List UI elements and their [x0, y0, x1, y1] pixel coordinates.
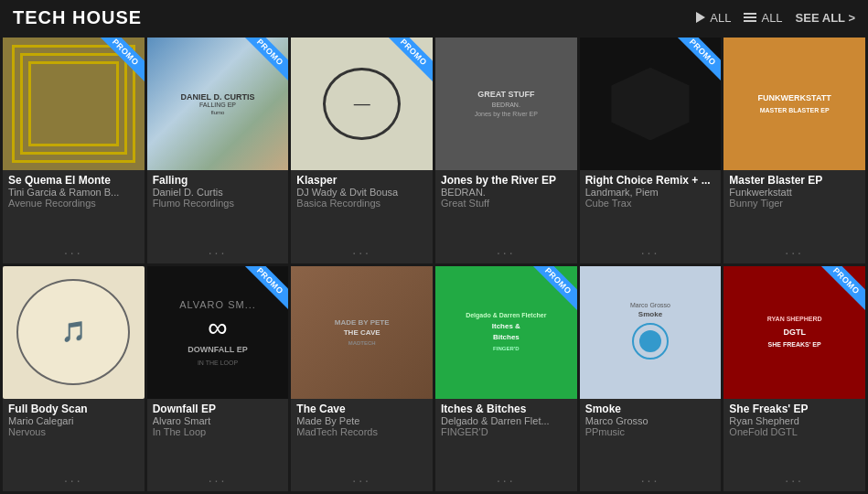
- album-art-10: Delgado & Darren Fletcher Itches &Bitche…: [435, 266, 577, 399]
- album-art-12: RYAN SHEPHERD DGTL SHE FREAKS' EP PROMO: [723, 266, 865, 399]
- album-art-4: GREAT STUFF BEDRAN. Jones by the River E…: [435, 38, 577, 170]
- card-artist-10: Delgado & Darren Flet...: [441, 415, 572, 426]
- card-artist-5: Landmark, Piem: [585, 187, 716, 198]
- card-title-11: Smoke: [585, 403, 716, 415]
- card-dots-6[interactable]: ···: [723, 242, 865, 263]
- card-7[interactable]: 🎵 Full Body Scan Mario Calegari Nervous …: [3, 266, 145, 492]
- card-label-9: MadTech Records: [296, 426, 427, 437]
- card-title-4: Jones by the River EP: [441, 174, 572, 187]
- card-info-1: Se Quema El Monte Tini Garcia & Ramon B.…: [3, 170, 145, 242]
- header-controls: ALL ALL SEE ALL >: [696, 11, 855, 25]
- album-art-6: FUNKWERKSTATT MASTER BLASTER EP: [723, 38, 865, 170]
- card-1[interactable]: PROMO Se Quema El Monte Tini Garcia & Ra…: [3, 38, 145, 263]
- album-art-3: PROMO: [291, 38, 433, 170]
- card-5[interactable]: PROMO Right Choice Remix + ... Landmark,…: [580, 38, 722, 263]
- card-9[interactable]: MADE BY PETE THE CAVE MADTECH The Cave M…: [291, 266, 433, 492]
- card-dots-12[interactable]: ···: [723, 470, 865, 491]
- card-artist-1: Tini Garcia & Ramon B...: [8, 187, 139, 198]
- card-artist-8: Alvaro Smart: [153, 415, 284, 426]
- card-info-11: Smoke Marco Grosso PPmusic: [580, 399, 722, 471]
- play-icon: [696, 12, 705, 23]
- header: TECH HOUSE ALL ALL SEE ALL >: [0, 0, 868, 35]
- card-artist-9: Made By Pete: [296, 415, 427, 426]
- play-all-button[interactable]: ALL: [696, 11, 731, 25]
- card-2[interactable]: DANIEL D. CURTIS FALLING EP flumo PROMO …: [147, 38, 289, 263]
- card-dots-1[interactable]: ···: [3, 242, 145, 263]
- card-artist-3: DJ Wady & Dvit Bousa: [296, 187, 427, 198]
- card-6[interactable]: FUNKWERKSTATT MASTER BLASTER EP Master B…: [723, 38, 865, 263]
- card-artist-2: Daniel D. Curtis: [153, 187, 284, 198]
- card-10[interactable]: Delgado & Darren Fletcher Itches &Bitche…: [435, 266, 577, 492]
- card-title-9: The Cave: [296, 403, 427, 415]
- album-art-5: PROMO: [580, 38, 722, 170]
- card-info-7: Full Body Scan Mario Calegari Nervous: [3, 399, 145, 471]
- card-4[interactable]: GREAT STUFF BEDRAN. Jones by the River E…: [435, 38, 577, 263]
- card-3[interactable]: PROMO Klasper DJ Wady & Dvit Bousa Basic…: [291, 38, 433, 263]
- card-8[interactable]: ALVARO SM... ∞ DOWNFALL EP IN THE LOOP P…: [147, 266, 289, 492]
- card-label-6: Bunny Tiger: [729, 198, 860, 209]
- list-all-label: ALL: [761, 11, 782, 25]
- list-icon: [744, 13, 756, 22]
- card-title-1: Se Quema El Monte: [8, 174, 139, 187]
- card-artist-11: Marco Grosso: [585, 415, 716, 426]
- card-title-6: Master Blaster EP: [729, 174, 860, 187]
- card-info-10: Itches & Bitches Delgado & Darren Flet..…: [435, 399, 577, 471]
- card-label-1: Avenue Recordings: [8, 198, 139, 209]
- card-dots-2[interactable]: ···: [147, 242, 289, 263]
- card-title-2: Falling: [153, 174, 284, 187]
- card-artist-7: Mario Calegari: [8, 415, 139, 426]
- play-all-label: ALL: [710, 11, 731, 25]
- card-title-7: Full Body Scan: [8, 403, 139, 415]
- card-artist-6: Funkwerkstatt: [729, 187, 860, 198]
- card-dots-7[interactable]: ···: [3, 470, 145, 491]
- card-label-3: Basica Recordings: [296, 198, 427, 209]
- card-title-8: Downfall EP: [153, 403, 284, 415]
- card-dots-9[interactable]: ···: [291, 470, 433, 491]
- card-label-10: FINGER'D: [441, 426, 572, 437]
- card-label-2: Flumo Recordings: [153, 198, 284, 209]
- card-label-8: In The Loop: [153, 426, 284, 437]
- card-title-10: Itches & Bitches: [441, 403, 572, 415]
- card-info-5: Right Choice Remix + ... Landmark, Piem …: [580, 170, 722, 242]
- card-info-9: The Cave Made By Pete MadTech Records: [291, 399, 433, 471]
- page-title: TECH HOUSE: [13, 7, 696, 28]
- card-label-5: Cube Trax: [585, 198, 716, 209]
- card-dots-5[interactable]: ···: [580, 242, 722, 263]
- card-title-3: Klasper: [296, 174, 427, 187]
- card-info-8: Downfall EP Alvaro Smart In The Loop: [147, 399, 289, 471]
- album-art-9: MADE BY PETE THE CAVE MADTECH: [291, 266, 433, 399]
- card-label-4: Great Stuff: [441, 198, 572, 209]
- list-all-button[interactable]: ALL: [744, 11, 782, 25]
- card-label-12: OneFold DGTL: [729, 426, 860, 437]
- card-info-3: Klasper DJ Wady & Dvit Bousa Basica Reco…: [291, 170, 433, 242]
- card-title-5: Right Choice Remix + ...: [585, 174, 716, 187]
- album-art-8: ALVARO SM... ∞ DOWNFALL EP IN THE LOOP P…: [147, 266, 289, 399]
- card-dots-3[interactable]: ···: [291, 242, 433, 263]
- page-wrapper: TECH HOUSE ALL ALL SEE ALL > PROMO Se Qu: [0, 0, 868, 494]
- card-11[interactable]: Marco Grosso Smoke Smoke Marco Grosso PP…: [580, 266, 722, 492]
- card-artist-12: Ryan Shepherd: [729, 415, 860, 426]
- card-label-11: PPmusic: [585, 426, 716, 437]
- card-label-7: Nervous: [8, 426, 139, 437]
- card-title-12: She Freaks' EP: [729, 403, 860, 415]
- card-info-12: She Freaks' EP Ryan Shepherd OneFold DGT…: [723, 399, 865, 471]
- album-art-11: Marco Grosso Smoke: [580, 266, 722, 399]
- album-art-7: 🎵: [3, 266, 145, 399]
- card-artist-4: BEDRAN.: [441, 187, 572, 198]
- card-grid: PROMO Se Quema El Monte Tini Garcia & Ra…: [0, 35, 868, 494]
- card-12[interactable]: RYAN SHEPHERD DGTL SHE FREAKS' EP PROMO …: [723, 266, 865, 492]
- card-dots-11[interactable]: ···: [580, 470, 722, 491]
- card-dots-8[interactable]: ···: [147, 470, 289, 491]
- card-info-6: Master Blaster EP Funkwerkstatt Bunny Ti…: [723, 170, 865, 242]
- see-all-button[interactable]: SEE ALL >: [796, 11, 855, 25]
- album-art-2: DANIEL D. CURTIS FALLING EP flumo PROMO: [147, 38, 289, 170]
- card-dots-4[interactable]: ···: [435, 242, 577, 263]
- card-info-4: Jones by the River EP BEDRAN. Great Stuf…: [435, 170, 577, 242]
- card-info-2: Falling Daniel D. Curtis Flumo Recording…: [147, 170, 289, 242]
- card-dots-10[interactable]: ···: [435, 470, 577, 491]
- album-art-1: PROMO: [3, 38, 145, 170]
